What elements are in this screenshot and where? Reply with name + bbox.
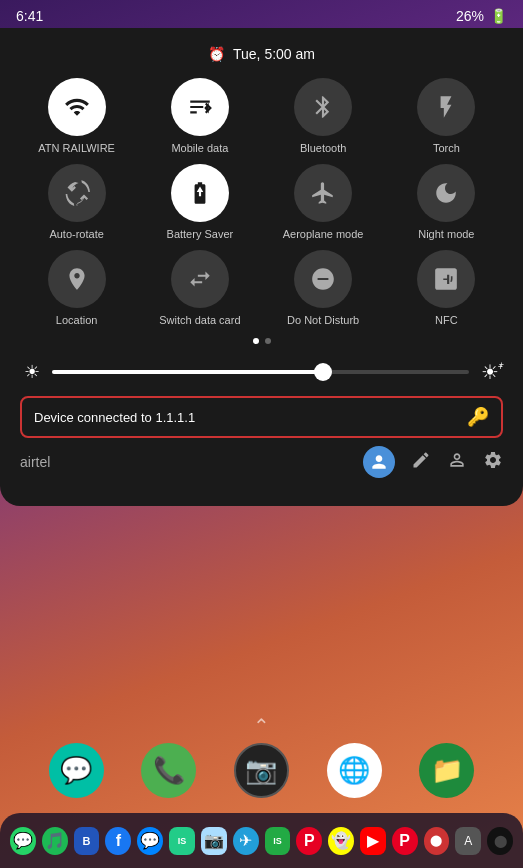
tile-label-dnd: Do Not Disturb [287, 314, 359, 326]
brightness-low-icon: ☀ [24, 361, 40, 383]
dock-messenger[interactable]: 💬 [137, 827, 163, 855]
home-icons-row: 💬 📞 📷 🌐 📁 [0, 743, 523, 798]
tile-mobile-data[interactable]: Mobile data [143, 78, 256, 154]
home-app-chrome[interactable]: 🌐 [327, 743, 382, 798]
vpn-key-icon: 🔑 [467, 406, 489, 428]
tile-label-location: Location [56, 314, 98, 326]
carrier-name: airtel [20, 454, 50, 470]
tile-icon-switch-data [171, 250, 229, 308]
tile-icon-battery-saver [171, 164, 229, 222]
dock-telegram[interactable]: ✈ [233, 827, 259, 855]
tile-bluetooth[interactable]: Bluetooth [267, 78, 380, 154]
tile-label-aeroplane: Aeroplane mode [283, 228, 364, 240]
tile-icon-night-mode [417, 164, 475, 222]
tile-label-mobile-data: Mobile data [171, 142, 228, 154]
tile-switch-data[interactable]: Switch data card [143, 250, 256, 326]
dock-pinterest1[interactable]: P [296, 827, 322, 855]
tile-night-mode[interactable]: Night mode [390, 164, 503, 240]
tile-location[interactable]: Location [20, 250, 133, 326]
brightness-thumb[interactable] [314, 363, 332, 381]
quick-tiles-grid: ATN RAILWIRE Mobile data Bluetooth Torch [20, 78, 503, 326]
tile-dnd[interactable]: Do Not Disturb [267, 250, 380, 326]
alarm-icon: ⏰ [208, 46, 225, 62]
home-app-phone[interactable]: 📞 [141, 743, 196, 798]
user-switch-icon[interactable] [447, 450, 467, 475]
dock-appstore[interactable]: A [455, 827, 481, 855]
home-app-camera[interactable]: 📷 [234, 743, 289, 798]
user-actions [363, 446, 503, 478]
tile-icon-auto-rotate [48, 164, 106, 222]
datetime-row: ⏰ Tue, 5:00 am [20, 38, 503, 78]
status-time: 6:41 [16, 8, 43, 24]
dock-facebook[interactable]: f [105, 827, 131, 855]
user-row: airtel [20, 442, 503, 486]
tile-icon-dnd [294, 250, 352, 308]
brightness-high-icon: ☀+ [481, 360, 499, 384]
tile-atn-railwire[interactable]: ATN RAILWIRE [20, 78, 133, 154]
dock-youtube[interactable]: ▶ [360, 827, 386, 855]
home-app-files[interactable]: 📁 [419, 743, 474, 798]
brightness-fill [52, 370, 323, 374]
dock-snapchat[interactable]: 👻 [328, 827, 354, 855]
tile-label-night-mode: Night mode [418, 228, 474, 240]
tile-icon-location [48, 250, 106, 308]
datetime-text: Tue, 5:00 am [233, 46, 315, 62]
tile-icon-mobile-data [171, 78, 229, 136]
tile-icon-bluetooth [294, 78, 352, 136]
bottom-dock: 💬 🎵 B f 💬 IS 📷 ✈ IS P 👻 ▶ P ⬤ A ⬤ [0, 813, 523, 868]
battery-percent: 26% [456, 8, 484, 24]
tile-icon-torch [417, 78, 475, 136]
vpn-text: Device connected to 1.1.1.1 [34, 410, 195, 425]
page-dot-1 [253, 338, 259, 344]
dock-whatsapp[interactable]: 💬 [10, 827, 36, 855]
tile-torch[interactable]: Torch [390, 78, 503, 154]
status-bar: 6:41 26% 🔋 [0, 0, 523, 28]
quick-settings-panel: ⏰ Tue, 5:00 am ATN RAILWIRE Mobile data … [0, 28, 523, 506]
tile-icon-atn-railwire [48, 78, 106, 136]
tile-nfc[interactable]: NFC [390, 250, 503, 326]
settings-icon[interactable] [483, 450, 503, 475]
brightness-row[interactable]: ☀ ☀+ [20, 360, 503, 384]
dock-spotify[interactable]: 🎵 [42, 827, 68, 855]
up-chevron[interactable]: ⌃ [253, 714, 270, 738]
dock-is2[interactable]: IS [265, 827, 291, 855]
tile-label-atn-railwire: ATN RAILWIRE [38, 142, 115, 154]
user-avatar[interactable] [363, 446, 395, 478]
tile-label-auto-rotate: Auto-rotate [49, 228, 103, 240]
status-right: 26% 🔋 [456, 8, 507, 24]
page-indicators [20, 338, 503, 344]
dock-camera[interactable]: 📷 [201, 827, 227, 855]
tile-icon-nfc [417, 250, 475, 308]
tile-aeroplane[interactable]: Aeroplane mode [267, 164, 380, 240]
dock-pinterest2[interactable]: P [392, 827, 418, 855]
edit-icon[interactable] [411, 450, 431, 475]
tile-label-battery-saver: Battery Saver [167, 228, 234, 240]
battery-icon: 🔋 [490, 8, 507, 24]
home-app-messages[interactable]: 💬 [49, 743, 104, 798]
tile-battery-saver[interactable]: Battery Saver [143, 164, 256, 240]
dock-black[interactable]: ⬤ [487, 827, 513, 855]
tile-icon-aeroplane [294, 164, 352, 222]
dock-brawl[interactable]: B [74, 827, 100, 855]
tile-label-switch-data: Switch data card [159, 314, 240, 326]
tile-label-nfc: NFC [435, 314, 458, 326]
brightness-slider[interactable] [52, 370, 469, 374]
tile-auto-rotate[interactable]: Auto-rotate [20, 164, 133, 240]
vpn-section[interactable]: Device connected to 1.1.1.1 🔑 [20, 396, 503, 438]
tile-label-bluetooth: Bluetooth [300, 142, 346, 154]
dock-is1[interactable]: IS [169, 827, 195, 855]
tile-label-torch: Torch [433, 142, 460, 154]
page-dot-2 [265, 338, 271, 344]
dock-app-red[interactable]: ⬤ [424, 827, 450, 855]
